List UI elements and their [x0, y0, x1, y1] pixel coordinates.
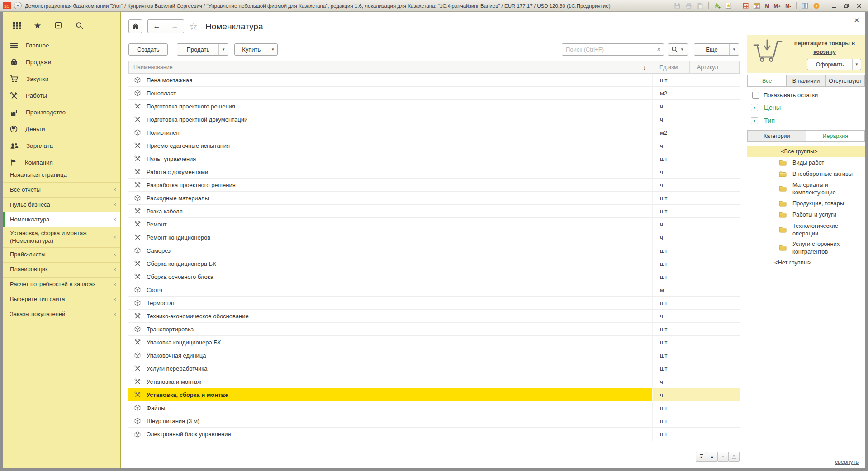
table-row[interactable]: Разработка проектного решенияч [128, 179, 740, 192]
close-tab-icon[interactable]: × [113, 297, 116, 302]
close-tab-icon[interactable]: × [113, 203, 116, 207]
prices-section[interactable]: › Цены [751, 104, 781, 111]
go-first-button[interactable]: ▲ [696, 452, 707, 462]
table-row[interactable]: Сборка основного блокашт [128, 270, 740, 283]
history-icon[interactable] [54, 21, 63, 30]
type-section[interactable]: › Тип [751, 117, 775, 124]
more-dropdown-icon[interactable]: ▼ [729, 44, 739, 55]
tree-item[interactable]: Услуги сторонних контрагентов [747, 239, 865, 257]
table-row[interactable]: Электронный блок управленияшт [128, 428, 740, 441]
search-settings-button[interactable]: ▼ [668, 43, 688, 56]
view-tab-Иерархия[interactable]: Иерархия [806, 130, 865, 142]
open-window-tab[interactable]: Установка, сборка и монтаж (Номенклатура… [3, 227, 120, 248]
close-tab-icon[interactable]: × [113, 268, 116, 272]
star-doc-icon[interactable] [724, 1, 733, 10]
open-window-tab[interactable]: Расчет потребностей в запасах× [3, 278, 120, 292]
create-button[interactable]: Создать [128, 43, 168, 56]
table-row[interactable]: Приемо-сдаточные испытанияч [128, 139, 740, 152]
close-tab-icon[interactable]: × [113, 283, 116, 287]
close-window-icon[interactable] [853, 1, 865, 10]
table-row[interactable]: Упаковочная единицашт [128, 349, 740, 362]
sell-dropdown-icon[interactable]: ▼ [218, 44, 228, 55]
calendar-icon[interactable]: 31 [753, 1, 761, 10]
column-header-article[interactable]: Артикул [689, 61, 739, 73]
close-tab-icon[interactable]: × [113, 217, 116, 222]
table-row[interactable]: Упаковка кондиционера БКшт [128, 336, 740, 349]
table-row[interactable]: Услуги переработчикашт [128, 362, 740, 375]
table-row[interactable]: Подготовка проектной документациич [128, 113, 740, 126]
drag-to-cart-link[interactable]: перетащите товары в корзину [787, 39, 862, 57]
open-window-tab[interactable]: Все отчеты× [3, 183, 120, 198]
table-row[interactable]: Ремонтч [128, 218, 740, 231]
back-icon[interactable]: ← [148, 20, 166, 33]
close-form-icon[interactable]: ✕ [854, 16, 859, 24]
table-row[interactable]: Расходные материалышт [128, 192, 740, 205]
table-row[interactable]: Ремонт кондиционеровч [128, 231, 740, 244]
tree-item[interactable]: <Нет группы> [747, 257, 865, 268]
table-row[interactable]: Транспортировкашт [128, 323, 740, 336]
menu-grid-icon[interactable] [12, 21, 21, 30]
table-row[interactable]: Скотчм [128, 283, 740, 297]
open-window-tab[interactable]: Пульс бизнеса× [3, 198, 120, 212]
open-window-tab[interactable]: Заказы покупателей× [3, 307, 120, 322]
close-tab-icon[interactable]: × [113, 253, 116, 257]
table-row[interactable]: Пенопластм2 [128, 87, 740, 100]
expand-type-icon[interactable]: › [751, 117, 758, 124]
table-row[interactable]: Сборка кондиционера БКшт [128, 257, 740, 270]
memory-button[interactable]: M- [784, 3, 792, 9]
table-row[interactable]: Резка кабеляшт [128, 205, 740, 218]
column-header-unit[interactable]: Ед.изм [652, 61, 689, 73]
open-window-tab[interactable]: Планировщик× [3, 263, 120, 278]
buy-button[interactable]: Купить ▼ [234, 43, 278, 56]
column-header-name[interactable]: Наименование ↓ [129, 61, 652, 73]
tree-item[interactable]: Технологические операции [747, 221, 865, 239]
table-row[interactable]: Шнур питания (3 м)шт [128, 414, 740, 428]
sort-descending-icon[interactable]: ↓ [643, 64, 646, 71]
show-remainders-checkbox[interactable] [752, 92, 759, 99]
search-icon[interactable] [75, 21, 84, 30]
sidebar-section-Деньги[interactable]: Деньги [3, 121, 120, 137]
table-row[interactable]: Установка и монтажч [128, 375, 740, 388]
favorites-star-icon[interactable]: ★ [33, 21, 42, 30]
sidebar-section-Закупки[interactable]: Закупки [3, 71, 120, 87]
table-row[interactable]: Пена монтажнаяшт [128, 74, 740, 87]
go-previous-button[interactable]: ▲ [707, 452, 718, 462]
add-favorite-star-icon[interactable]: ☆ [189, 21, 198, 32]
tree-item[interactable]: Виды работ [747, 157, 865, 168]
table-row[interactable]: Установка, сборка и монтажч [128, 388, 740, 401]
star-add-icon[interactable] [713, 1, 721, 10]
sidebar-section-Зарплата[interactable]: Зарплата [3, 137, 120, 154]
stock-tab-Все[interactable]: Все [747, 75, 787, 87]
tree-item[interactable]: Внеоборотные активы [747, 168, 865, 179]
table-row[interactable]: Полиэтиленм2 [128, 126, 740, 139]
memory-button[interactable]: M+ [773, 3, 782, 9]
tree-item[interactable]: <Все группы> [747, 146, 865, 157]
open-window-tab[interactable]: Начальная страница [3, 168, 120, 183]
tree-item[interactable]: Продукция, товары [747, 198, 865, 209]
search-input[interactable] [562, 44, 654, 55]
search-settings-dropdown-icon[interactable]: ▼ [678, 44, 686, 55]
close-tab-icon[interactable]: × [113, 235, 116, 240]
table-row[interactable]: Пульт управленияшт [128, 152, 740, 165]
close-tab-icon[interactable]: × [113, 312, 116, 317]
home-button[interactable] [128, 19, 142, 33]
stock-tab-Отсутствуют[interactable]: Отсутствуют [825, 75, 865, 87]
sell-button[interactable]: Продать ▼ [177, 43, 228, 56]
buy-dropdown-icon[interactable]: ▼ [268, 44, 277, 55]
open-window-tab[interactable]: Номенклатура× [3, 212, 120, 227]
system-menu-dropdown[interactable]: ▼ [14, 2, 22, 9]
more-button[interactable]: Еще ▼ [694, 43, 739, 56]
sidebar-section-Продажи[interactable]: Продажи [3, 54, 120, 71]
close-tab-icon[interactable]: × [113, 188, 116, 192]
table-row[interactable]: Термостатшт [128, 297, 740, 310]
checkout-button[interactable]: Оформить ▼ [807, 59, 861, 70]
columns-icon[interactable] [801, 1, 809, 10]
calculator-icon[interactable] [741, 1, 750, 10]
sidebar-section-Работы[interactable]: Работы [3, 87, 120, 104]
memory-button[interactable]: M [764, 3, 770, 9]
clear-search-icon[interactable]: ✕ [654, 44, 664, 55]
table-row[interactable]: Технико-экономическое обоснованиеч [128, 310, 740, 323]
forward-icon[interactable]: → [166, 20, 184, 33]
tree-item[interactable]: Материалы и комплектующие [747, 179, 865, 198]
view-tab-Категории[interactable]: Категории [747, 130, 806, 142]
